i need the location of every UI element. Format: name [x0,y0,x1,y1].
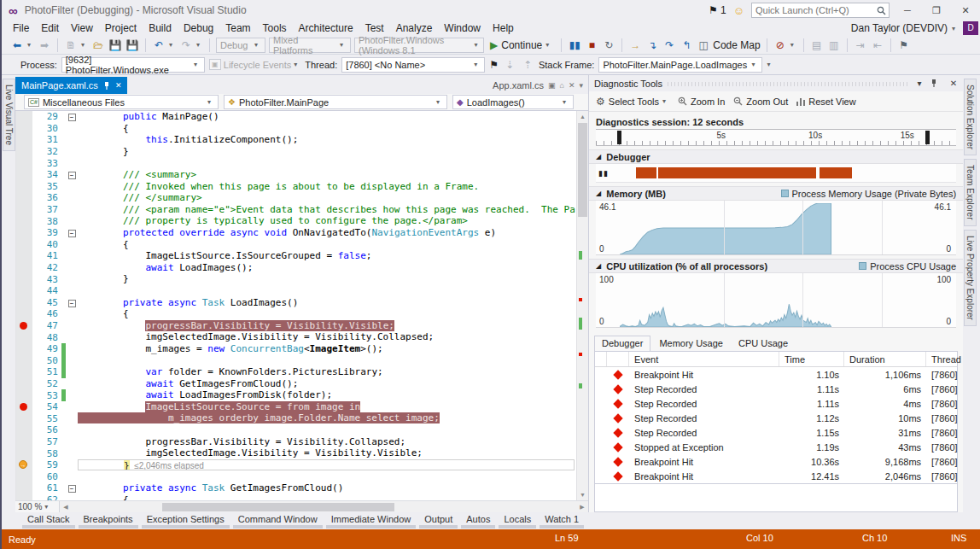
code-line[interactable]: 39− protected override async void OnNavi… [16,227,576,239]
breakpoint-margin[interactable] [16,424,32,436]
collapse-triangle-icon[interactable]: ◢ [596,153,601,161]
stack-down-icon[interactable]: ⇣ [503,59,516,71]
scroll-up-icon[interactable]: ▲ [577,111,588,122]
bottomtab-autos[interactable]: Autos [461,512,495,529]
bottomtab-breakpoints[interactable]: Breakpoints [79,512,138,529]
outdent-icon[interactable]: ⇤ [871,39,884,51]
editor-vertical-scrollbar[interactable]: ▲ ▼ [576,111,588,500]
member-dropdown[interactable]: ◆LoadImages()▾ [452,95,574,109]
new-file-chevron-icon[interactable]: ▾ [81,41,88,49]
code-line[interactable]: 43 } [16,273,576,285]
menu-help[interactable]: Help [487,21,520,35]
zoom-in-button[interactable]: Zoom In [678,96,725,107]
bottomtab-exception-settings[interactable]: Exception Settings [142,512,230,529]
code-line[interactable]: 53 await LoadImagesFromDisk(folder); [16,389,576,401]
debugger-section-header[interactable]: ◢ Debugger [589,149,963,164]
memory-chart[interactable]: 46.1 0 46.1 0 [596,201,956,255]
solution-platform-combo[interactable]: Mixed Platforms▾ [269,38,351,53]
undo-icon[interactable]: ↶ [152,39,166,51]
filter-flag-icon[interactable]: ⚑ [489,59,499,71]
code-line[interactable]: 45− private async Task LoadImages() [16,297,576,309]
breakpoint-margin[interactable] [16,273,32,285]
perf-tip[interactable]: ≤2,046ms elapsed [130,461,204,470]
immediate-window-icon[interactable]: ▥ [827,39,841,51]
diag-tab-memory-usage[interactable]: Memory Usage [652,336,730,351]
breakpoint-margin[interactable] [16,331,32,343]
breakpoint-icon[interactable] [20,403,27,411]
panel-menu-chevron-icon[interactable]: ▾ [913,79,925,88]
menu-window[interactable]: Window [438,21,487,35]
menu-team[interactable]: Team [219,21,256,35]
collapse-region-icon[interactable]: − [68,230,76,237]
breakpoint-margin[interactable] [16,436,32,448]
navigate-back-chevron-icon[interactable]: ▾ [27,41,34,49]
stop-debugging-icon[interactable]: ■ [585,39,598,51]
close-preview-icon[interactable]: ✕ [569,81,575,90]
event-row[interactable]: Stopped at Exception1.19s43ms[7860] [595,440,957,454]
breakpoint-margin[interactable] [16,401,32,413]
save-all-icon[interactable]: 💾 [125,39,139,51]
sidetab-solution-explorer[interactable]: Solution Explorer [964,79,977,155]
output-window-icon[interactable]: ▤ [810,39,824,51]
breakpoint-margin[interactable] [16,157,32,169]
breakpoint-margin[interactable] [16,297,32,309]
collapse-triangle-icon[interactable]: ◢ [596,262,601,270]
breakpoint-margin[interactable] [16,192,32,204]
breakpoint-margin[interactable] [16,366,32,378]
breakpoint-margin[interactable] [16,389,32,401]
column-header-event[interactable]: Event [629,352,779,366]
timeline-selection-handle[interactable] [925,131,930,144]
editor-horizontal-scrollbar[interactable]: 100 %▾ ◀ ▶ [15,500,588,512]
memory-section-header[interactable]: ◢ Memory (MB) Process Memory Usage (Priv… [589,186,963,201]
code-map-button[interactable]: ◫Code Map [697,39,760,51]
stack-up-icon[interactable]: ⇡ [521,59,534,71]
tab-mainpage-xaml-cs[interactable]: MainPage.xaml.cs ✕ [15,77,127,94]
bookmark-icon[interactable]: ⚑ [897,39,911,51]
breakpoint-margin[interactable] [16,169,32,181]
code-line[interactable]: 62 { [16,494,576,500]
breakpoint-margin[interactable] [16,146,32,158]
event-row[interactable]: Step Recorded1.15s31ms[7860] [595,425,957,440]
breakpoint-margin[interactable] [16,343,32,355]
debugger-events-track[interactable]: ▮▮ [596,164,956,183]
breakpoint-margin[interactable] [16,494,32,500]
fold-margin[interactable]: − [66,227,78,239]
breakpoint-margin[interactable] [16,239,32,251]
scroll-left-icon[interactable]: ◀ [60,504,72,511]
redo-chevron-icon[interactable]: ▾ [196,41,203,49]
code-line[interactable]: 33 [16,157,576,169]
event-row[interactable]: Step Recorded1.11s4ms[7860] [595,396,957,411]
code-line[interactable]: 54 ImageListSource.Source = from image i… [16,401,576,413]
menu-build[interactable]: Build [143,21,178,35]
breakpoints-toggle-icon[interactable]: ⊘ [773,39,787,51]
navigate-back-icon[interactable]: ⬅ [10,39,24,51]
sidetab-live-visual-tree[interactable]: Live Visual Tree [3,79,15,151]
code-line[interactable]: 29− public MainPage() [16,111,576,123]
code-line[interactable]: 31 this.InitializeComponent(); [16,134,576,146]
breakpoint-margin[interactable] [16,227,32,239]
event-row[interactable]: Breakpoint Hit12.41s2,046ms[7860] [595,469,957,483]
lifecycle-events-button[interactable]: ▣Lifecycle Events▾ [209,59,300,70]
close-icon[interactable]: ✕ [954,5,977,16]
show-next-statement-icon[interactable]: → [628,39,642,51]
code-line[interactable]: →59 } ≤2,046ms elapsed [16,459,576,471]
menu-project[interactable]: Project [99,21,143,35]
step-into-icon[interactable]: ↴ [645,39,659,51]
code-line[interactable]: 34− /// <summary> [16,169,576,181]
code-line[interactable]: 61− private async Task GetImagesFromClou… [16,482,576,494]
timeline-selection-handle[interactable] [617,131,621,144]
breakpoint-margin[interactable] [16,134,32,146]
code-line[interactable]: 47 progressBar.Visibility = Visibility.V… [16,320,576,332]
project-dropdown[interactable]: C#Miscellaneous Files▾ [24,95,219,109]
breakpoint-margin[interactable] [16,285,32,297]
sidetab-team-explorer[interactable]: Team Explorer [964,159,977,225]
breakpoint-margin[interactable] [16,250,32,262]
toolbar-overflow-icon[interactable]: ▾ [767,61,773,68]
code-line[interactable]: 55 m_images orderby image.Folder.Name se… [16,412,576,424]
save-icon[interactable]: 💾 [108,39,122,51]
scroll-down-icon[interactable]: ▼ [577,489,588,500]
code-editor[interactable]: 29− public MainPage()30 {31 this.Initial… [15,111,588,500]
notifications-flag-icon[interactable]: ⚑ 1 [709,4,726,16]
breakpoint-margin[interactable] [16,262,32,274]
code-line[interactable]: 56 [16,424,576,436]
